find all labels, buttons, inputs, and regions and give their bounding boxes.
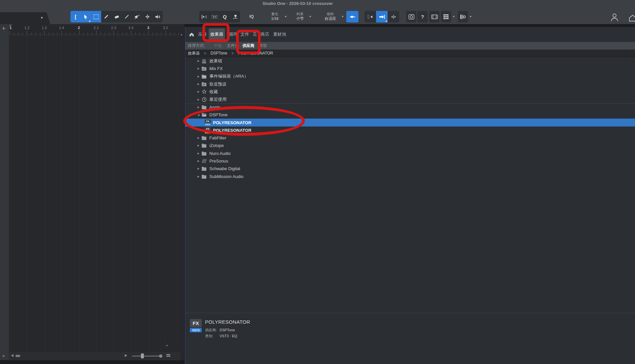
console-view-button[interactable] <box>458 11 468 22</box>
video-view-button[interactable] <box>429 11 440 22</box>
zoom-tool[interactable]: Q <box>220 11 230 22</box>
arrow-tool-group: [ <box>70 11 101 22</box>
expand-triangle-icon[interactable]: ▶ <box>196 67 200 70</box>
scroll-up-arrow[interactable]: ▲ <box>180 33 183 36</box>
tree-item-recent[interactable]: ▶最近使用 <box>185 95 635 103</box>
folder-event-icon <box>201 74 207 79</box>
paint-tool[interactable] <box>101 11 111 22</box>
macro-controls-button[interactable] <box>406 11 416 22</box>
breadcrumb-item-polyresonator[interactable]: POLYRESONATOR <box>238 51 273 55</box>
tree-item-label: 轨道预设 <box>209 81 227 87</box>
scrollbar-thumb[interactable] <box>16 355 20 357</box>
marquee-icon <box>94 15 99 19</box>
ruler-tick-label: 3 <box>147 26 149 30</box>
timestretch-tool[interactable] <box>199 11 209 22</box>
tab-loops[interactable]: 循环 <box>227 27 239 42</box>
snap-toggle-button[interactable] <box>346 11 359 22</box>
tree-item-mix-fx[interactable]: ▶Mix FX <box>185 65 635 72</box>
expand-triangle-icon[interactable]: ▶ <box>196 90 200 93</box>
track-options-button[interactable]: ≡ <box>2 353 5 358</box>
track-scroll-button[interactable] <box>364 11 376 22</box>
breadcrumb-item-dsptone[interactable]: DSPTone <box>210 51 227 55</box>
tab-shop[interactable]: 商店 <box>259 27 271 42</box>
add-track-button[interactable]: + <box>2 24 6 32</box>
expand-triangle-icon[interactable]: ▶ <box>196 175 200 178</box>
sort-option-vendor[interactable]: 供应商 <box>242 42 254 50</box>
zoom-slider-thumb[interactable] <box>141 353 144 358</box>
sort-option-type[interactable]: 类型 <box>259 42 267 50</box>
scroll-right-arrow[interactable]: ▶ <box>125 353 127 357</box>
eraser-tool[interactable] <box>111 11 122 22</box>
tree-item-polyresonator-vst3[interactable]: FXVST3POLYRESONATOR <box>185 119 635 126</box>
tree-item-polyresonator-au[interactable]: FXAUPOLYRESONATOR <box>185 127 635 134</box>
resize-tool[interactable] <box>209 11 220 22</box>
scroll-left-arrow[interactable]: ◀ <box>11 353 14 357</box>
tree-item-dsptone[interactable]: ◢DSPTone <box>185 111 635 119</box>
tree-item-presonus[interactable]: ▶PreSonus <box>185 157 635 165</box>
folder-icon <box>201 105 207 109</box>
sort-option-folders[interactable]: 文件夹 <box>227 42 239 50</box>
tree-item-nuro-audio[interactable]: ▶Nuro Audio <box>185 150 635 157</box>
track-list-dropdown[interactable]: ▼ <box>0 12 50 24</box>
scroll-down-arrow[interactable]: ▼ <box>166 344 168 347</box>
breadcrumb-item-effects[interactable]: 效果器 <box>188 51 200 56</box>
tab-home[interactable] <box>189 32 194 38</box>
arrow-tool[interactable] <box>81 11 91 22</box>
line-tool[interactable] <box>122 11 132 22</box>
expand-triangle-icon[interactable]: ▶ <box>196 106 200 109</box>
bend-tool[interactable] <box>230 11 240 22</box>
tool-group-timestretch: Q <box>199 11 240 22</box>
tree-item-izotope[interactable]: ▶iZotope <box>185 142 635 149</box>
tree-item-favorites[interactable]: ▶收藏 <box>185 88 635 95</box>
tab-cloud[interactable]: 云 <box>251 27 259 42</box>
collapse-triangle-icon[interactable]: ◢ <box>196 113 200 116</box>
user-account-button[interactable] <box>610 13 619 23</box>
zoom-presets-icon[interactable] <box>166 354 170 357</box>
help-button[interactable]: ? <box>417 11 428 22</box>
track-expand-button[interactable] <box>388 11 399 22</box>
timebase-dropdown[interactable]: 时基 小节 ▼ <box>290 11 310 22</box>
mute-tool[interactable] <box>132 11 142 22</box>
tab-pool[interactable]: 素材池 <box>272 27 288 42</box>
tab-instruments[interactable]: 乐器 <box>196 27 208 42</box>
grid-view-button[interactable] <box>441 11 451 22</box>
folder-mix-icon <box>201 66 207 71</box>
home-notification-button[interactable] <box>628 14 635 24</box>
follow-playhead-icon <box>379 15 385 19</box>
zoom-slider-track[interactable] <box>132 356 161 356</box>
marquee-tool[interactable] <box>91 11 101 22</box>
sort-option-flat[interactable]: 平铺 <box>214 42 222 50</box>
expand-triangle-icon[interactable]: ▶ <box>196 75 200 78</box>
timebase-label: 时基 <box>290 12 310 16</box>
tree-item-schwabe-digital[interactable]: ▶Schwabe Digital <box>185 165 635 172</box>
folder-icon <box>201 174 207 179</box>
tab-files[interactable]: 文件 <box>239 27 251 42</box>
tree-item-fx-chains[interactable]: ▶FX效果链 <box>185 57 635 65</box>
zoom-slider-end-dot[interactable] <box>159 354 162 358</box>
chevron-down-icon[interactable]: ▼ <box>469 15 472 18</box>
input-quantize-label[interactable]: IQ <box>249 11 254 22</box>
timeline-ruler[interactable]: 11.21.31.422.22.32.433.2 <box>9 24 180 35</box>
snap-mode-dropdown[interactable]: 吸附 自适应 ▼ <box>318 11 343 22</box>
tree-item-track-presets[interactable]: ▶轨道预设 <box>185 80 635 88</box>
tree-item-fabfilter[interactable]: ▶FabFilter <box>185 134 635 142</box>
expand-triangle-icon[interactable]: ▶ <box>196 167 200 170</box>
expand-triangle-icon[interactable]: ▶ <box>196 59 200 62</box>
autoscroll-button[interactable] <box>376 11 388 22</box>
expand-triangle-icon[interactable]: ▶ <box>196 136 200 139</box>
chevron-down-icon[interactable]: ▼ <box>452 15 455 18</box>
arrangement-canvas[interactable] <box>9 35 180 351</box>
listen-tool[interactable] <box>152 11 163 22</box>
tree-item-submission-audio[interactable]: ▶SubMission Audio <box>185 172 635 180</box>
tab-effects[interactable]: 效果器 <box>209 28 225 40</box>
split-tool[interactable] <box>142 11 152 22</box>
tree-item-apple[interactable]: ▶Apple <box>185 103 635 111</box>
expand-triangle-icon[interactable]: ▶ <box>196 160 200 163</box>
expand-triangle-icon[interactable]: ▶ <box>196 152 200 155</box>
expand-triangle-icon[interactable]: ▶ <box>196 83 200 86</box>
expand-triangle-icon[interactable]: ▶ <box>196 98 200 101</box>
expand-triangle-icon[interactable]: ▶ <box>196 144 200 147</box>
tree-item-event-editor-ara[interactable]: ▶事件编辑器（ARA） <box>185 73 635 80</box>
quantize-dropdown[interactable]: 量化 1/16 ▼ <box>264 11 286 22</box>
range-bracket-tool[interactable]: [ <box>70 11 81 22</box>
